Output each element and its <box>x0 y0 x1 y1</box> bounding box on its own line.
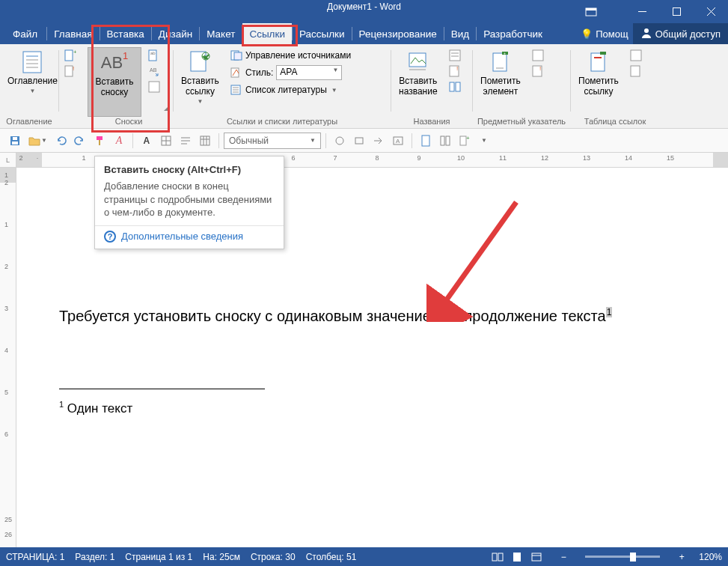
style-dropdown[interactable]: Обычный▼ <box>224 133 321 149</box>
zoom-level[interactable]: 120% <box>699 552 722 562</box>
ribbon-display-options-icon[interactable] <box>585 6 597 21</box>
more-button[interactable]: ▼ <box>475 132 493 150</box>
undo-button[interactable] <box>52 132 70 150</box>
status-page[interactable]: СТРАНИЦА: 1 <box>6 552 64 562</box>
status-page-of[interactable]: Страница 1 из 1 <box>125 552 192 562</box>
insert-toa-button[interactable] <box>628 49 644 62</box>
maximize-button[interactable] <box>659 0 694 23</box>
update-table-button[interactable]: ! <box>447 64 463 78</box>
shape-circle-button[interactable] <box>331 132 349 150</box>
svg-text:+: + <box>504 51 506 55</box>
footnotes-launcher[interactable]: ◢ <box>161 103 171 113</box>
open-button[interactable]: ▼ <box>25 132 50 150</box>
svg-text:A: A <box>396 138 400 144</box>
vertical-ruler[interactable]: 121234562526 <box>0 168 16 547</box>
status-section[interactable]: Раздел: 1 <box>75 552 114 562</box>
clear-format-button[interactable]: A <box>110 132 128 150</box>
status-at[interactable]: На: 25см <box>203 552 240 562</box>
mark-index-entry-button[interactable]: + Пометить элемент <box>476 47 525 99</box>
tab-developer[interactable]: Разработчик <box>477 23 549 44</box>
zoom-slider[interactable] <box>585 556 660 558</box>
tab-file[interactable]: Файл <box>6 23 46 44</box>
svg-rect-70 <box>460 136 466 145</box>
svg-text:ab: ab <box>150 51 156 55</box>
svg-rect-12 <box>65 66 73 76</box>
status-line[interactable]: Строка: 30 <box>251 552 296 562</box>
share-button[interactable]: Общий доступ <box>633 23 728 44</box>
citation-style[interactable]: Стиль: APA ▼ <box>228 64 353 81</box>
tab-references[interactable]: Ссылки <box>242 23 292 44</box>
text-box-button[interactable]: A <box>389 132 407 150</box>
update-toc-button[interactable]: ! <box>62 64 79 78</box>
redo-button[interactable] <box>71 132 89 150</box>
mark-citation-label: Пометить ссылку <box>578 76 619 97</box>
close-button[interactable] <box>694 0 728 23</box>
table-of-contents-button[interactable]: Оглавление ▼ <box>3 47 62 96</box>
format-painter-button[interactable] <box>91 132 108 150</box>
tab-mailings[interactable]: Рассылки <box>293 23 352 44</box>
tab-view[interactable]: Вид <box>444 23 476 44</box>
cross-reference-button[interactable] <box>447 80 463 94</box>
insert-citation-label: Вставить ссылку <box>181 76 219 97</box>
share-label: Общий доступ <box>655 28 721 40</box>
columns-button[interactable] <box>436 132 454 150</box>
save-button[interactable] <box>6 132 24 150</box>
bibliography-icon <box>230 84 242 96</box>
svg-rect-75 <box>513 553 521 562</box>
footnote-text[interactable]: 1 Один текст <box>59 400 132 416</box>
tooltip-body: Добавление сноски в конец страницы с под… <box>104 180 275 219</box>
svg-rect-49 <box>12 142 18 144</box>
read-mode-button[interactable] <box>488 547 507 566</box>
document-text[interactable]: Требуется установить сноску с одинаковым… <box>59 307 612 325</box>
group-label-toc: Оглавление <box>3 117 55 128</box>
insert-table-of-figures-button[interactable] <box>447 49 463 62</box>
tab-review[interactable]: Рецензирование <box>352 23 444 44</box>
shape-rect-button[interactable] <box>350 132 368 150</box>
zoom-out-button[interactable]: − <box>557 552 570 562</box>
add-text-button[interactable]: + <box>62 49 79 62</box>
tab-home[interactable]: Главная <box>47 23 99 44</box>
table-button[interactable] <box>196 132 214 150</box>
footnote-reference[interactable]: 1 <box>441 307 448 317</box>
svg-point-4 <box>644 28 649 33</box>
insert-index-button[interactable] <box>530 49 546 62</box>
next-footnote-button[interactable]: AB <box>146 64 162 78</box>
mark-entry-icon: + <box>489 49 513 75</box>
svg-rect-5 <box>23 52 41 73</box>
shape-arrow-button[interactable] <box>370 132 388 150</box>
paragraph-button[interactable] <box>177 132 195 150</box>
insert-citation-button[interactable]: Вставить ссылку ▼ <box>177 47 224 106</box>
tell-me[interactable]: 💡 Помощ <box>576 28 632 40</box>
footnote-reference[interactable]: 1 <box>606 307 613 317</box>
web-layout-button[interactable] <box>527 547 546 566</box>
svg-rect-43 <box>591 53 605 71</box>
style-select[interactable]: APA ▼ <box>276 65 342 80</box>
status-column[interactable]: Столбец: 51 <box>306 552 357 562</box>
ruler-corner[interactable]: L <box>0 153 16 168</box>
help-label: Помощ <box>596 28 628 40</box>
minimize-button[interactable] <box>625 0 659 23</box>
mark-citation-button[interactable]: Пометить ссылку <box>574 47 623 99</box>
insert-endnote-button[interactable]: ab <box>146 49 162 62</box>
page-setup-button[interactable] <box>417 132 435 150</box>
manage-sources-button[interactable]: Управление источниками <box>228 49 353 62</box>
tooltip-more-link[interactable]: ? Дополнительные сведения <box>104 231 275 243</box>
insert-item-button[interactable]: + <box>456 132 474 150</box>
update-index-button[interactable]: ! <box>530 64 546 78</box>
font-color-button[interactable]: A <box>138 132 156 150</box>
insert-caption-button[interactable]: Вставить название <box>394 47 442 99</box>
zoom-in-button[interactable]: + <box>675 552 688 562</box>
update-toa-button[interactable] <box>628 64 644 78</box>
svg-rect-67 <box>422 136 429 146</box>
tab-insert[interactable]: Вставка <box>100 23 151 44</box>
show-notes-button[interactable] <box>146 80 162 94</box>
bibliography-button[interactable]: Список литературы ▼ <box>228 83 353 97</box>
tab-layout[interactable]: Макет <box>200 23 242 44</box>
tab-design[interactable]: Дизайн <box>152 23 199 44</box>
insert-footnote-button[interactable]: AB1 Вставить сноску <box>88 47 141 117</box>
endnote-icon: ab <box>148 49 160 61</box>
borders-button[interactable] <box>157 132 175 150</box>
svg-rect-1 <box>586 8 596 10</box>
screen-tip: Вставить сноску (Alt+Ctrl+F) Добавление … <box>94 156 284 249</box>
print-layout-button[interactable] <box>507 547 527 566</box>
